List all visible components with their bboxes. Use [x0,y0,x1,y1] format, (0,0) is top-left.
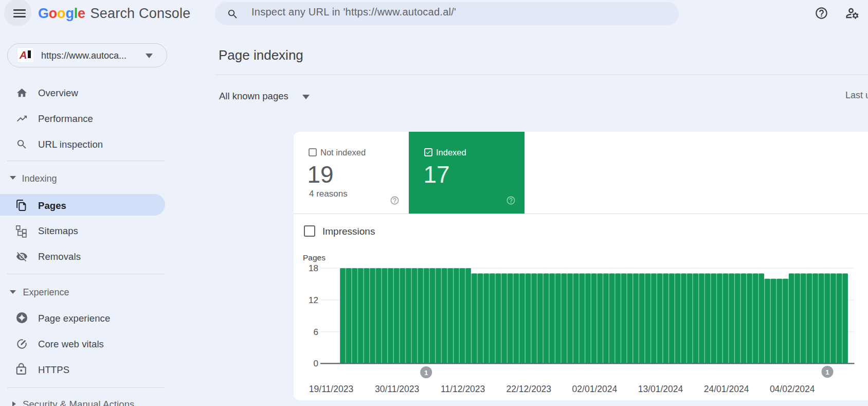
svg-text:1: 1 [424,369,428,377]
svg-text:1: 1 [825,368,829,376]
